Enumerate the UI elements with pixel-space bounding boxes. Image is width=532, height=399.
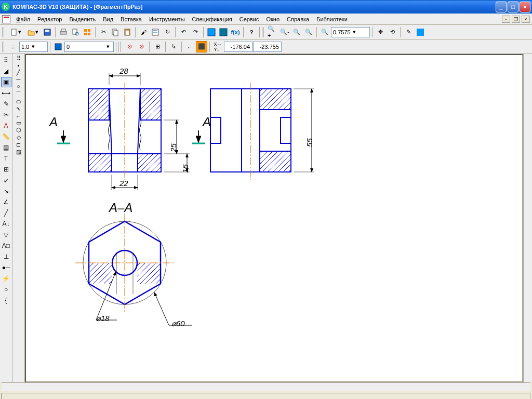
zoom-scale-button[interactable]: 🔍	[319, 26, 330, 38]
paste-button[interactable]	[122, 26, 133, 38]
tp-equid[interactable]: ⊏	[16, 141, 21, 148]
grid-button[interactable]: ⊞	[152, 41, 163, 52]
menu-spec[interactable]: Спецификация	[189, 15, 236, 23]
menu-service[interactable]: Сервис	[236, 15, 263, 23]
t3-tab[interactable]: ⚡	[1, 273, 11, 284]
linestyle-combo[interactable]: 1.0▾	[19, 42, 48, 52]
tp-arc[interactable]: ⌒	[16, 90, 21, 98]
notate-tab[interactable]: ✎	[1, 99, 11, 109]
fx-button[interactable]: f(x)	[230, 26, 241, 38]
toolbar-grip[interactable]	[2, 27, 5, 37]
manager-button[interactable]	[206, 26, 217, 38]
zoom-fit-button[interactable]: 🔍	[303, 26, 314, 38]
layout-button[interactable]	[82, 26, 93, 38]
close-button[interactable]: ×	[520, 2, 530, 12]
refresh-button[interactable]: ↻	[162, 26, 173, 38]
tp-chamfer[interactable]: ⌐	[17, 113, 20, 119]
menu-select[interactable]: Выделить	[65, 15, 99, 23]
coord-x-field[interactable]: -176.04	[224, 42, 252, 52]
t2-tab[interactable]: ●─	[1, 262, 11, 273]
measure-tab[interactable]: 📏	[1, 131, 11, 142]
menu-window[interactable]: Окно	[262, 15, 283, 23]
tp-line[interactable]: ╱	[17, 69, 20, 76]
leader-tab[interactable]: ↙	[1, 175, 11, 185]
menu-editor[interactable]: Редактор	[34, 15, 65, 23]
spec-tab[interactable]: ▤	[1, 142, 11, 153]
zoom-window-button[interactable]: 🔍	[291, 26, 302, 38]
menu-tools[interactable]: Инструменты	[145, 15, 189, 23]
zoom-combo[interactable]: 0.7575▾	[331, 27, 370, 37]
menu-insert[interactable]: Вставка	[117, 15, 145, 23]
compact-grip[interactable]: ⠿	[1, 55, 11, 65]
mdi-minimize-button[interactable]: -	[502, 16, 510, 23]
geometry-tab[interactable]: ◢	[1, 66, 11, 76]
t5-tab[interactable]: {	[1, 295, 11, 305]
repaint-button[interactable]: ✎	[403, 26, 414, 38]
property-panel[interactable]	[2, 393, 530, 399]
mdi-restore-button[interactable]: ❐	[512, 16, 520, 23]
dim-leader-tab[interactable]: ╱	[1, 208, 11, 218]
toolbar-grip-3[interactable]	[2, 42, 5, 52]
toolbar-grip-2[interactable]	[262, 27, 265, 37]
menu-view[interactable]: Вид	[99, 15, 117, 23]
tp-rect[interactable]: ▭	[16, 119, 21, 126]
tp-grip[interactable]: ⠿	[17, 55, 21, 62]
redo-button[interactable]: ↷	[190, 26, 201, 38]
tp-point[interactable]: •	[18, 62, 20, 69]
snap-button[interactable]: ⊙	[124, 41, 135, 52]
layer-combo[interactable]: 0▾	[64, 42, 114, 52]
rotate-button[interactable]: ⟲	[387, 26, 398, 38]
brush-button[interactable]: 🖌	[138, 26, 149, 38]
variables-button[interactable]	[218, 26, 229, 38]
tp-spline[interactable]: ∿	[16, 105, 21, 112]
snap-disable-button[interactable]: ⊘	[136, 41, 147, 52]
help-button[interactable]: ?	[246, 26, 257, 38]
layer-color-button[interactable]	[52, 41, 64, 52]
dims-tab[interactable]: ⟷	[1, 88, 11, 98]
ortho-button[interactable]: ↳	[168, 41, 179, 52]
undo-button[interactable]: ↶	[178, 26, 189, 38]
preview-button[interactable]	[70, 26, 81, 38]
aq-tab[interactable]: A□	[1, 241, 11, 251]
tp-ellipse[interactable]: ⬭	[16, 98, 21, 105]
pan-button[interactable]: ✥	[375, 26, 386, 38]
linestyle-button[interactable]: ≡	[7, 41, 19, 52]
menu-file[interactable]: Файл	[12, 15, 34, 23]
at-tab[interactable]: A↓	[1, 219, 11, 229]
menu-libs[interactable]: Библиотеки	[313, 15, 351, 23]
maximize-button[interactable]: □	[508, 2, 518, 12]
zoom-in-button[interactable]: 🔍+	[267, 26, 278, 38]
tp-hatch[interactable]: ▨	[16, 149, 21, 155]
tp-circle[interactable]: ○	[17, 83, 20, 89]
cut-button[interactable]: ✂	[98, 26, 109, 38]
param-tab[interactable]: A	[1, 121, 11, 131]
menu-help[interactable]: Справка	[283, 15, 313, 23]
vertical-scrollbar[interactable]	[523, 54, 532, 382]
text-tab[interactable]: T	[1, 153, 11, 164]
minimize-button[interactable]: _	[496, 2, 507, 12]
round-button[interactable]: ⌐	[184, 41, 195, 52]
tp-seg[interactable]: ─	[17, 76, 21, 83]
coord-y-field[interactable]: -23.755	[253, 42, 282, 52]
table-tab[interactable]: ⊞	[1, 164, 11, 175]
properties-button[interactable]	[150, 26, 161, 38]
copy-button[interactable]	[110, 26, 121, 38]
drawing-canvas[interactable]: А А А–А 28 22 25 15 55 ⌀18 ⌀60	[25, 54, 523, 382]
print-button[interactable]	[58, 26, 69, 38]
mdi-close-button[interactable]: ×	[522, 16, 530, 23]
t4-tab[interactable]: ○	[1, 284, 11, 295]
rebuild-button[interactable]	[415, 26, 426, 38]
open-button[interactable]: ▾	[24, 26, 41, 38]
horizontal-scrollbar[interactable]	[2, 382, 530, 391]
tp-contour[interactable]: ◇	[17, 134, 21, 141]
save-button[interactable]	[42, 26, 53, 38]
edit-tab[interactable]: ✂	[1, 110, 11, 120]
new-button[interactable]: ▾	[7, 26, 24, 38]
arrow-tab[interactable]: ↘	[1, 186, 11, 196]
lcs-button[interactable]: ⬛	[196, 41, 207, 52]
tri-tab[interactable]: ▽	[1, 230, 11, 240]
angle-tab[interactable]: ∠	[1, 197, 11, 207]
select-tab[interactable]: ▣	[1, 77, 11, 87]
zoom-out-button[interactable]: 🔍-	[279, 26, 290, 38]
document-icon[interactable]	[2, 15, 10, 23]
